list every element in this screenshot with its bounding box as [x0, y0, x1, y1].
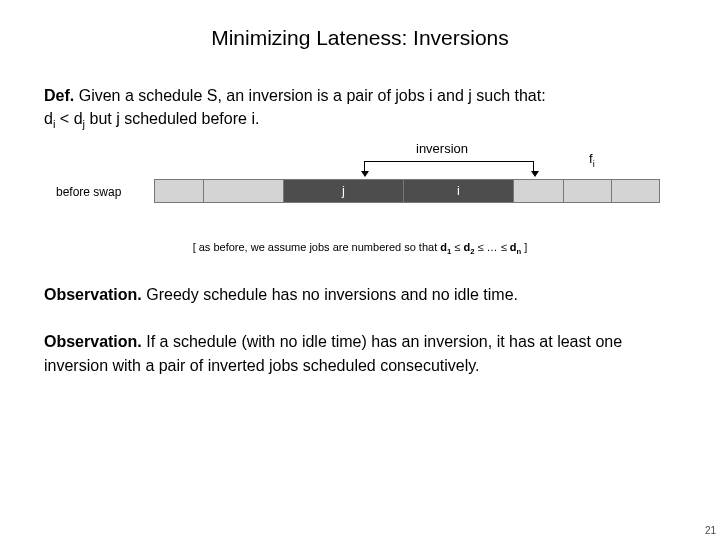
bar-seg-6: [564, 179, 612, 203]
def-text-1a: Given a schedule S, an: [79, 87, 249, 104]
def-text-1b: is a pair of jobs i and j such that:: [313, 87, 546, 104]
inversion-bracket: [364, 161, 534, 171]
bar-seg-7: [612, 179, 660, 203]
bar-seg-2: [204, 179, 284, 203]
def-label: Def.: [44, 87, 74, 104]
bar-seg-i: i: [404, 179, 514, 203]
note-leq2: ≤ … ≤: [474, 241, 509, 253]
note-leq1: ≤: [451, 241, 463, 253]
page-number: 21: [705, 525, 716, 536]
note-dn: d: [510, 241, 517, 253]
before-swap-label: before swap: [56, 185, 121, 199]
bar-seg-j: j: [284, 179, 404, 203]
schedule-bar: j i: [154, 179, 660, 203]
obs2-label: Observation.: [44, 333, 142, 350]
diagram: inversion fi before swap j i: [44, 141, 676, 219]
obs1-label: Observation.: [44, 286, 142, 303]
def-lt: < d: [55, 110, 82, 127]
observation-1: Observation. Greedy schedule has no inve…: [44, 286, 676, 304]
fi-label: fi: [589, 151, 595, 169]
def-di-d: d: [44, 110, 53, 127]
definition-block: Def. Given a schedule S, an inversion is…: [44, 84, 676, 133]
def-inversion-word: inversion: [249, 87, 313, 104]
bar-seg-1: [154, 179, 204, 203]
observation-2: Observation. If a schedule (with no idle…: [44, 330, 676, 378]
slide-title: Minimizing Lateness: Inversions: [44, 26, 676, 50]
arrow-down-right-icon: [531, 171, 539, 177]
def-rest: but j scheduled before i.: [85, 110, 259, 127]
inversion-label: inversion: [416, 141, 468, 156]
obs1-text: Greedy schedule has no inversions and no…: [142, 286, 518, 303]
arrow-down-left-icon: [361, 171, 369, 177]
note-a: [ as before, we assume jobs are numbered…: [193, 241, 441, 253]
bracket-horizontal: [364, 161, 534, 162]
note-b: ]: [521, 241, 527, 253]
ordering-note: [ as before, we assume jobs are numbered…: [44, 241, 676, 256]
fi-sub: i: [593, 158, 595, 168]
slide-container: Minimizing Lateness: Inversions Def. Giv…: [0, 0, 720, 378]
bar-seg-5: [514, 179, 564, 203]
note-d1: d: [440, 241, 447, 253]
